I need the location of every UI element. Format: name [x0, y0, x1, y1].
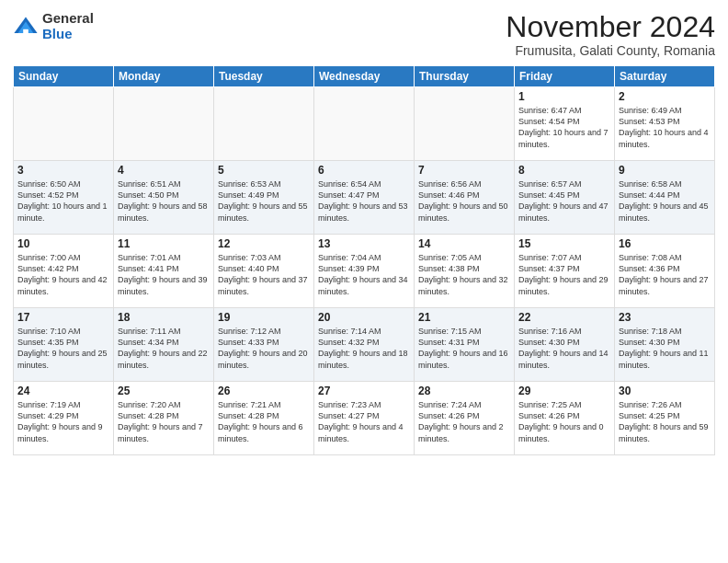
calendar-cell: 12Sunrise: 7:03 AM Sunset: 4:40 PM Dayli…: [214, 235, 314, 308]
day-number: 24: [17, 385, 109, 397]
day-number: 20: [318, 311, 410, 324]
day-number: 2: [619, 90, 711, 103]
day-number: 26: [218, 385, 310, 397]
calendar-cell: 6Sunrise: 6:54 AM Sunset: 4:47 PM Daylig…: [314, 161, 415, 235]
day-number: 28: [418, 385, 510, 397]
calendar-cell: 7Sunrise: 6:56 AM Sunset: 4:46 PM Daylig…: [415, 161, 515, 235]
calendar-cell: 18Sunrise: 7:11 AM Sunset: 4:34 PM Dayli…: [114, 308, 214, 382]
day-info: Sunrise: 7:23 AM Sunset: 4:27 PM Dayligh…: [318, 399, 410, 444]
col-header-sunday: Sunday: [14, 66, 114, 87]
day-info: Sunrise: 6:54 AM Sunset: 4:47 PM Dayligh…: [318, 178, 410, 224]
col-header-monday: Monday: [114, 66, 214, 87]
logo: General Blue: [13, 11, 94, 41]
day-info: Sunrise: 7:16 AM Sunset: 4:30 PM Dayligh…: [518, 326, 610, 371]
calendar-header-row: Sunday Monday Tuesday Wednesday Thursday…: [14, 66, 715, 87]
day-number: 16: [619, 237, 711, 250]
day-number: 12: [218, 237, 310, 250]
calendar-cell: 30Sunrise: 7:26 AM Sunset: 4:25 PM Dayli…: [615, 382, 715, 455]
calendar-cell: 4Sunrise: 6:51 AM Sunset: 4:50 PM Daylig…: [114, 161, 214, 235]
calendar-cell: 24Sunrise: 7:19 AM Sunset: 4:29 PM Dayli…: [14, 382, 114, 455]
calendar-cell: [314, 87, 415, 161]
day-number: 23: [619, 311, 711, 324]
calendar-cell: 8Sunrise: 6:57 AM Sunset: 4:45 PM Daylig…: [515, 161, 615, 235]
calendar-cell: 16Sunrise: 7:08 AM Sunset: 4:36 PM Dayli…: [615, 235, 715, 308]
logo-general: General: [42, 11, 94, 27]
calendar-cell: 19Sunrise: 7:12 AM Sunset: 4:33 PM Dayli…: [214, 308, 314, 382]
calendar-week-row: 24Sunrise: 7:19 AM Sunset: 4:29 PM Dayli…: [14, 382, 715, 455]
day-info: Sunrise: 7:08 AM Sunset: 4:36 PM Dayligh…: [619, 252, 711, 297]
day-number: 30: [619, 385, 711, 397]
calendar-cell: 3Sunrise: 6:50 AM Sunset: 4:52 PM Daylig…: [14, 161, 114, 235]
day-number: 29: [518, 385, 610, 397]
day-number: 6: [318, 164, 410, 177]
day-info: Sunrise: 7:14 AM Sunset: 4:32 PM Dayligh…: [318, 326, 410, 371]
calendar-cell: [415, 87, 515, 161]
day-number: 21: [418, 311, 510, 324]
day-info: Sunrise: 7:04 AM Sunset: 4:39 PM Dayligh…: [318, 252, 410, 297]
day-info: Sunrise: 7:25 AM Sunset: 4:26 PM Dayligh…: [518, 399, 610, 444]
calendar-cell: 13Sunrise: 7:04 AM Sunset: 4:39 PM Dayli…: [314, 235, 415, 308]
day-number: 10: [17, 237, 109, 250]
day-info: Sunrise: 7:00 AM Sunset: 4:42 PM Dayligh…: [17, 252, 109, 297]
day-number: 15: [518, 237, 610, 250]
day-info: Sunrise: 7:24 AM Sunset: 4:26 PM Dayligh…: [418, 399, 510, 444]
day-info: Sunrise: 6:47 AM Sunset: 4:54 PM Dayligh…: [518, 105, 610, 150]
day-info: Sunrise: 6:49 AM Sunset: 4:53 PM Dayligh…: [619, 105, 711, 150]
calendar-cell: 29Sunrise: 7:25 AM Sunset: 4:26 PM Dayli…: [515, 382, 615, 455]
day-info: Sunrise: 6:53 AM Sunset: 4:49 PM Dayligh…: [218, 178, 310, 224]
calendar-cell: 14Sunrise: 7:05 AM Sunset: 4:38 PM Dayli…: [415, 235, 515, 308]
day-number: 22: [518, 311, 610, 324]
day-info: Sunrise: 7:26 AM Sunset: 4:25 PM Dayligh…: [619, 399, 711, 444]
day-number: 17: [17, 311, 109, 324]
day-number: 14: [418, 237, 510, 250]
logo-blue: Blue: [42, 27, 94, 42]
day-number: 13: [318, 237, 410, 250]
day-number: 3: [17, 164, 109, 177]
day-info: Sunrise: 7:15 AM Sunset: 4:31 PM Dayligh…: [418, 326, 510, 371]
day-number: 4: [118, 164, 210, 177]
day-number: 9: [619, 164, 711, 177]
day-info: Sunrise: 7:07 AM Sunset: 4:37 PM Dayligh…: [518, 252, 610, 297]
calendar-cell: 27Sunrise: 7:23 AM Sunset: 4:27 PM Dayli…: [314, 382, 415, 455]
calendar-cell: 22Sunrise: 7:16 AM Sunset: 4:30 PM Dayli…: [515, 308, 615, 382]
day-number: 19: [218, 311, 310, 324]
day-info: Sunrise: 6:50 AM Sunset: 4:52 PM Dayligh…: [17, 178, 109, 224]
calendar-cell: 21Sunrise: 7:15 AM Sunset: 4:31 PM Dayli…: [415, 308, 515, 382]
calendar-cell: 23Sunrise: 7:18 AM Sunset: 4:30 PM Dayli…: [615, 308, 715, 382]
calendar-cell: 1Sunrise: 6:47 AM Sunset: 4:54 PM Daylig…: [515, 87, 615, 161]
logo-text: General Blue: [42, 11, 94, 41]
day-info: Sunrise: 7:18 AM Sunset: 4:30 PM Dayligh…: [619, 326, 711, 371]
calendar-cell: 28Sunrise: 7:24 AM Sunset: 4:26 PM Dayli…: [415, 382, 515, 455]
calendar-cell: 20Sunrise: 7:14 AM Sunset: 4:32 PM Dayli…: [314, 308, 415, 382]
calendar-cell: [114, 87, 214, 161]
col-header-friday: Friday: [515, 66, 615, 87]
calendar-cell: 17Sunrise: 7:10 AM Sunset: 4:35 PM Dayli…: [14, 308, 114, 382]
day-info: Sunrise: 7:21 AM Sunset: 4:28 PM Dayligh…: [218, 399, 310, 444]
calendar-cell: [14, 87, 114, 161]
logo-icon: [13, 14, 39, 40]
day-number: 5: [218, 164, 310, 177]
calendar-cell: 15Sunrise: 7:07 AM Sunset: 4:37 PM Dayli…: [515, 235, 615, 308]
calendar-cell: [214, 87, 314, 161]
calendar-cell: 5Sunrise: 6:53 AM Sunset: 4:49 PM Daylig…: [214, 161, 314, 235]
day-info: Sunrise: 6:51 AM Sunset: 4:50 PM Dayligh…: [118, 178, 210, 224]
col-header-wednesday: Wednesday: [314, 66, 415, 87]
day-number: 18: [118, 311, 210, 324]
day-info: Sunrise: 7:05 AM Sunset: 4:38 PM Dayligh…: [418, 252, 510, 297]
calendar-cell: 2Sunrise: 6:49 AM Sunset: 4:53 PM Daylig…: [615, 87, 715, 161]
day-info: Sunrise: 7:12 AM Sunset: 4:33 PM Dayligh…: [218, 326, 310, 371]
page-header: General Blue November 2024 Frumusita, Ga…: [13, 11, 715, 58]
day-info: Sunrise: 7:03 AM Sunset: 4:40 PM Dayligh…: [218, 252, 310, 297]
calendar-cell: 25Sunrise: 7:20 AM Sunset: 4:28 PM Dayli…: [114, 382, 214, 455]
month-title: November 2024: [506, 11, 715, 43]
day-number: 1: [518, 90, 610, 103]
calendar-week-row: 1Sunrise: 6:47 AM Sunset: 4:54 PM Daylig…: [14, 87, 715, 161]
calendar-week-row: 10Sunrise: 7:00 AM Sunset: 4:42 PM Dayli…: [14, 235, 715, 308]
calendar-cell: 26Sunrise: 7:21 AM Sunset: 4:28 PM Dayli…: [214, 382, 314, 455]
day-info: Sunrise: 6:56 AM Sunset: 4:46 PM Dayligh…: [418, 178, 510, 224]
day-number: 8: [518, 164, 610, 177]
svg-rect-2: [23, 29, 28, 32]
day-number: 7: [418, 164, 510, 177]
calendar-cell: 9Sunrise: 6:58 AM Sunset: 4:44 PM Daylig…: [615, 161, 715, 235]
day-number: 11: [118, 237, 210, 250]
